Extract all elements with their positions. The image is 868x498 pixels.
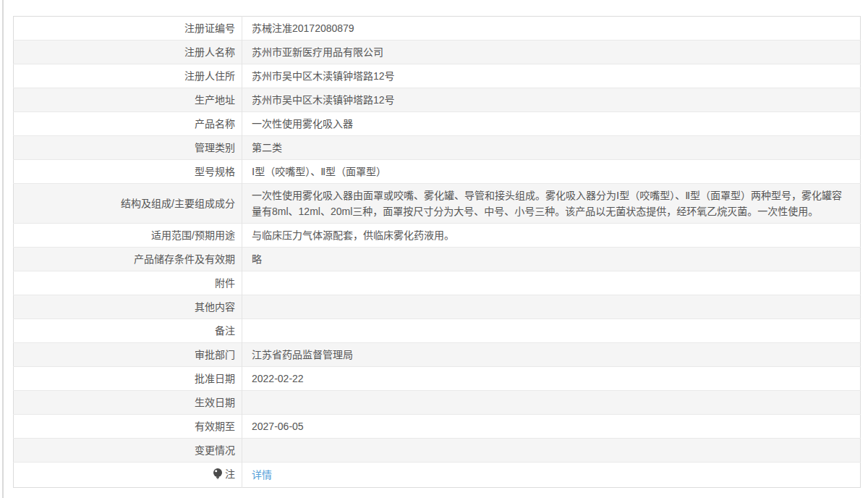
- row-label: 型号规格: [195, 166, 235, 177]
- row-value-cell: [242, 271, 861, 295]
- row-value: 苏州市吴中区木渎镇钟塔路12号: [252, 94, 395, 106]
- table-row: 生产地址苏州市吴中区木渎镇钟塔路12号: [14, 88, 861, 112]
- row-value: 略: [252, 253, 262, 265]
- row-value-cell: 苏州市吴中区木渎镇钟塔路12号: [242, 88, 861, 112]
- row-label: 适用范围/预期用途: [151, 229, 235, 241]
- row-value-cell: 一次性使用雾化吸入器: [242, 112, 861, 136]
- row-label: 产品名称: [195, 118, 235, 130]
- row-label-cell: 型号规格: [14, 160, 242, 184]
- row-label: 注册证编号: [184, 22, 235, 34]
- row-value: 第二类: [252, 142, 282, 153]
- table-row: 备注: [14, 319, 861, 343]
- row-value: 2022-02-22: [252, 373, 304, 384]
- row-label-cell: 其他内容: [14, 295, 242, 319]
- row-value-cell: 江苏省药品监督管理局: [242, 343, 861, 367]
- table-row: 产品名称一次性使用雾化吸入器: [14, 112, 861, 136]
- table-row: 注册人住所苏州市吴中区木渎镇钟塔路12号: [14, 64, 861, 88]
- table-row: 管理类别第二类: [14, 136, 861, 160]
- row-label-cell: 生效日期: [14, 391, 242, 415]
- row-label: 变更情况: [195, 444, 235, 456]
- row-label: 有效期至: [195, 421, 235, 432]
- table-row: 注册证编号苏械注准20172080879: [14, 17, 861, 41]
- row-value-cell: 2022-02-22: [242, 367, 861, 391]
- row-label: 注册人住所: [184, 70, 235, 82]
- registration-table-body: 注册证编号苏械注准20172080879注册人名称苏州市亚新医疗用品有限公司注册…: [14, 17, 861, 488]
- row-label: 其他内容: [195, 301, 235, 313]
- row-value: 苏州市吴中区木渎镇钟塔路12号: [252, 70, 395, 82]
- table-row: 型号规格Ⅰ型（咬嘴型）、Ⅱ型（面罩型）: [14, 160, 861, 184]
- table-row: 注详情: [14, 463, 861, 488]
- row-value-cell: Ⅰ型（咬嘴型）、Ⅱ型（面罩型）: [242, 160, 861, 184]
- row-label-cell: 管理类别: [14, 136, 242, 160]
- row-label-cell: 产品储存条件及有效期: [14, 248, 242, 271]
- row-label-cell: 附件: [14, 271, 242, 295]
- registration-info-table: 注册证编号苏械注准20172080879注册人名称苏州市亚新医疗用品有限公司注册…: [13, 16, 861, 488]
- row-value-cell: [242, 391, 861, 415]
- table-row: 批准日期2022-02-22: [14, 367, 861, 391]
- row-value-cell: 略: [242, 248, 861, 271]
- table-row: 其他内容: [14, 295, 861, 319]
- row-value-cell: 第二类: [242, 136, 861, 160]
- row-value: 与临床压力气体源配套，供临床雾化药液用。: [252, 229, 454, 241]
- row-value-cell: 苏州市吴中区木渎镇钟塔路12号: [242, 64, 861, 88]
- row-label-cell: 产品名称: [14, 112, 242, 136]
- table-row: 结构及组成/主要组成成分一次性使用雾化吸入器由面罩或咬嘴、雾化罐、导管和接头组成…: [14, 184, 861, 224]
- note-bulb-icon: [213, 468, 223, 484]
- row-label: 附件: [215, 277, 235, 289]
- row-value: 苏械注准20172080879: [252, 22, 354, 34]
- row-value-cell: [242, 439, 861, 463]
- row-value: 一次性使用雾化吸入器: [252, 118, 353, 130]
- row-label-cell: 备注: [14, 319, 242, 343]
- row-value-cell: 2027-06-05: [242, 415, 861, 439]
- row-value-cell: 与临床压力气体源配套，供临床雾化药液用。: [242, 224, 861, 248]
- table-row: 变更情况: [14, 439, 861, 463]
- row-value: Ⅰ型（咬嘴型）、Ⅱ型（面罩型）: [252, 166, 386, 177]
- row-value: 江苏省药品监督管理局: [252, 349, 353, 360]
- row-label-cell: 注册证编号: [14, 17, 242, 41]
- row-label: 产品储存条件及有效期: [134, 253, 235, 265]
- row-value: 2027-06-05: [252, 421, 304, 432]
- row-label-cell: 注册人名称: [14, 41, 242, 64]
- row-label-cell: 适用范围/预期用途: [14, 224, 242, 248]
- table-row: 产品储存条件及有效期略: [14, 248, 861, 271]
- row-label: 注册人名称: [184, 46, 235, 58]
- row-label: 注: [225, 468, 235, 480]
- row-value: 苏州市亚新医疗用品有限公司: [252, 46, 383, 58]
- table-row: 附件: [14, 271, 861, 295]
- row-label: 生效日期: [195, 397, 235, 408]
- row-value: 一次性使用雾化吸入器由面罩或咬嘴、雾化罐、导管和接头组成。雾化吸入器分为Ⅰ型（咬…: [252, 190, 842, 217]
- row-label-cell: 审批部门: [14, 343, 242, 367]
- row-value-cell: 一次性使用雾化吸入器由面罩或咬嘴、雾化罐、导管和接头组成。雾化吸入器分为Ⅰ型（咬…: [242, 184, 861, 224]
- table-row: 适用范围/预期用途与临床压力气体源配套，供临床雾化药液用。: [14, 224, 861, 248]
- row-label-cell: 生产地址: [14, 88, 242, 112]
- row-label-cell: 注: [14, 463, 242, 488]
- row-label-cell: 批准日期: [14, 367, 242, 391]
- row-label: 备注: [215, 325, 235, 337]
- registration-detail-page: 注册证编号苏械注准20172080879注册人名称苏州市亚新医疗用品有限公司注册…: [0, 0, 868, 498]
- row-value-cell: [242, 295, 861, 319]
- row-label-cell: 注册人住所: [14, 64, 242, 88]
- row-label: 管理类别: [195, 142, 235, 153]
- row-label-cell: 结构及组成/主要组成成分: [14, 184, 242, 224]
- row-label-cell: 有效期至: [14, 415, 242, 439]
- page-edge-line: [2, 0, 4, 498]
- row-label: 结构及组成/主要组成成分: [121, 198, 235, 209]
- row-value-cell: [242, 319, 861, 343]
- row-value-cell: 苏州市亚新医疗用品有限公司: [242, 41, 861, 64]
- row-value-cell: 苏械注准20172080879: [242, 17, 861, 41]
- row-label: 批准日期: [195, 373, 235, 384]
- table-row: 审批部门江苏省药品监督管理局: [14, 343, 861, 367]
- table-row: 注册人名称苏州市亚新医疗用品有限公司: [14, 41, 861, 64]
- row-label: 审批部门: [195, 349, 235, 360]
- table-row: 生效日期: [14, 391, 861, 415]
- row-value-cell: 详情: [242, 463, 861, 488]
- row-label: 生产地址: [195, 94, 235, 106]
- row-label-cell: 变更情况: [14, 439, 242, 463]
- table-row: 有效期至2027-06-05: [14, 415, 861, 439]
- detail-link[interactable]: 详情: [252, 469, 272, 481]
